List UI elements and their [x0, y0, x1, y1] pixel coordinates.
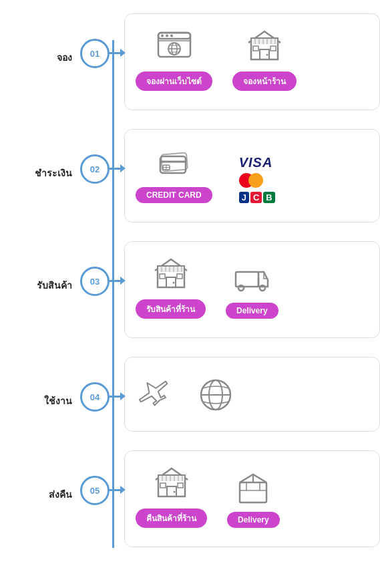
step-circle-1: 01 [80, 39, 110, 68]
svg-rect-21 [253, 46, 258, 51]
card-icon-store5: คืนสินค้าที่ร้าน [136, 463, 207, 528]
step-label-5: ส่งคืน [0, 450, 80, 502]
svg-point-2 [161, 35, 164, 37]
card-icon-website: จองผ่านเว็บไซต์ [136, 26, 212, 91]
step-circle-4: 04 [80, 382, 110, 412]
mastercard-logo [239, 173, 263, 188]
svg-rect-41 [236, 272, 258, 287]
card-icon-globe [196, 375, 236, 415]
badge-returndelivery: Delivery [227, 512, 280, 528]
step-card-3: รับสินค้าที่ร้าน Delivery [124, 241, 380, 338]
step-label-text-5: ส่งคืน [49, 489, 72, 500]
mc-circle-right [248, 173, 263, 188]
step-circle-3: 03 [80, 267, 110, 296]
creditcard-icon [154, 142, 194, 182]
card-icons-row-2: CREDIT CARD VISA JCB [136, 142, 369, 203]
payment-logos: VISA JCB [239, 155, 275, 203]
step-label-2: ชำระเงิน [0, 129, 80, 180]
svg-point-20 [266, 54, 268, 56]
step-row-5: ส่งคืน 05 [0, 450, 380, 547]
step-arrow-3 [110, 280, 122, 282]
step-row-4: ใช้งาน 04 [0, 357, 380, 432]
globe-icon [196, 375, 236, 415]
badge-pickupstore: รับสินค้าที่ร้าน [136, 299, 206, 319]
card-icon-store1: จองหน้าร้าน [232, 26, 297, 91]
store-icon-1 [244, 26, 284, 66]
store-icon-2 [151, 254, 191, 294]
step-card-2: CREDIT CARD VISA JCB [124, 129, 380, 223]
svg-rect-39 [160, 274, 165, 279]
card-icons-row-3: รับสินค้าที่ร้าน Delivery [136, 254, 369, 319]
step-circle-5: 05 [80, 476, 110, 505]
svg-point-57 [173, 491, 175, 493]
step-card-5: คืนสินค้าที่ร้าน Delivery [124, 450, 380, 547]
svg-rect-40 [177, 274, 182, 279]
step-label-text-4: ใช้งาน [44, 396, 72, 406]
svg-rect-58 [160, 483, 166, 488]
main-container: จอง 01 [0, 0, 380, 588]
step-arrow-2 [110, 168, 122, 170]
website-icon [154, 26, 194, 66]
step-card-1: จองผ่านเว็บไซต์ [124, 13, 380, 110]
card-icons-row-1: จองผ่านเว็บไซต์ [136, 26, 369, 91]
step-label-3: รับสินค้า [0, 241, 80, 293]
card-icons-row-4 [136, 370, 369, 420]
svg-point-42 [238, 285, 244, 291]
visa-logo: VISA [239, 155, 273, 170]
step-row-1: จอง 01 [0, 13, 380, 110]
svg-rect-60 [240, 482, 266, 502]
step-card-4 [124, 357, 380, 432]
step-row-3: รับสินค้า 03 [0, 241, 380, 338]
svg-rect-22 [270, 46, 276, 51]
step-arrow-1 [110, 52, 122, 54]
plane-icon [136, 375, 176, 415]
step-arrow-4 [110, 396, 122, 398]
delivery-truck-icon [232, 257, 272, 297]
card-icon-box: Delivery [227, 466, 280, 528]
step-label-text-2: ชำระเงิน [35, 168, 72, 178]
card-icon-plane [136, 375, 176, 415]
step-label-4: ใช้งาน [0, 357, 80, 408]
step-arrow-5 [110, 489, 122, 491]
step-label-1: จอง [0, 13, 80, 65]
step-label-text-3: รับสินค้า [37, 280, 72, 291]
step-circle-2: 02 [80, 154, 110, 184]
svg-point-4 [170, 35, 173, 37]
card-icon-creditcard: CREDIT CARD [136, 142, 212, 203]
badge-website: จองผ่านเว็บไซต์ [136, 71, 212, 91]
svg-rect-59 [178, 483, 183, 488]
svg-point-3 [166, 35, 168, 37]
card-icons-row-5: คืนสินค้าที่ร้าน Delivery [136, 463, 369, 528]
box-icon [233, 466, 273, 506]
step-label-text-1: จอง [57, 52, 72, 63]
jcb-logo: JCB [239, 192, 275, 203]
badge-returnstore: คืนสินค้าที่ร้าน [136, 508, 207, 528]
svg-point-38 [172, 282, 174, 284]
card-icon-store2: รับสินค้าที่ร้าน [136, 254, 206, 319]
store-icon-5 [152, 463, 192, 503]
card-icon-delivery3: Delivery [226, 257, 278, 319]
step-row-2: ชำระเงิน 02 [0, 129, 380, 223]
badge-creditcard: CREDIT CARD [136, 187, 212, 203]
badge-delivery3: Delivery [226, 303, 278, 319]
badge-store1: จองหน้าร้าน [232, 71, 297, 91]
svg-point-43 [260, 285, 265, 291]
